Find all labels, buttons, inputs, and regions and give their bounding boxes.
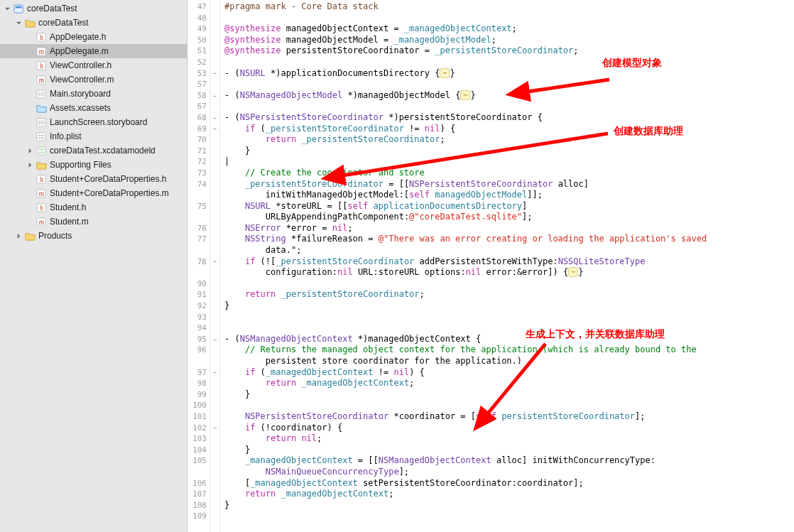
navigator-item[interactable]: Assets.xcassets	[0, 101, 187, 115]
code-line[interactable]: if (_managedObjectContext != nil) {	[224, 367, 790, 379]
code-line[interactable]: - (NSManagedObjectModel *)managedObjectM…	[224, 90, 790, 102]
code-line[interactable]	[224, 13, 790, 24]
code-line[interactable]: if (!coordinator) {	[224, 423, 790, 434]
navigator-item[interactable]: coreDataTest	[0, 1, 187, 16]
navigator-item[interactable]: LaunchScreen.storyboard	[0, 115, 187, 129]
line-number: 96	[187, 344, 210, 356]
code-line[interactable]: data.";	[224, 245, 790, 256]
navigator-item[interactable]: mStudent+CoreDataProperties.m	[0, 186, 187, 200]
code-line[interactable]: }	[224, 445, 790, 456]
navigator-item[interactable]: Info.plist	[0, 129, 187, 143]
navigator-item-label: ViewController.m	[50, 75, 114, 85]
folder-icon	[24, 17, 36, 28]
svg-text:h: h	[40, 205, 43, 212]
code-line[interactable]	[224, 400, 790, 411]
file-navigator[interactable]: coreDataTestcoreDataTesthAppDelegate.hmA…	[0, 0, 187, 532]
navigator-item[interactable]: Supporting Files	[0, 158, 187, 172]
navigator-item[interactable]: mAppDelegate.m	[0, 44, 187, 58]
navigator-item[interactable]: Products	[0, 229, 187, 243]
fold-marker[interactable]: −	[210, 68, 219, 80]
fold-marker[interactable]: −	[210, 124, 219, 135]
navigator-item[interactable]: hViewController.h	[0, 58, 187, 72]
line-number: 91	[187, 289, 210, 300]
code-line[interactable]: return _managedObjectContext;	[224, 378, 790, 389]
disclosure-right-icon[interactable]	[26, 161, 34, 169]
code-line[interactable]	[224, 57, 790, 68]
code-line[interactable]: NSString *failureReason = @"There was an…	[224, 234, 790, 245]
fold-marker[interactable]: −	[210, 367, 219, 379]
navigator-item[interactable]: mStudent.m	[0, 215, 187, 229]
fold-marker	[210, 45, 219, 57]
disclosure-down-icon[interactable]	[3, 4, 11, 13]
code-line[interactable]: return _persistentStoreCoordinator;	[224, 289, 790, 300]
code-line[interactable]: _managedObjectContext = [[NSManagedObjec…	[224, 455, 790, 467]
navigator-item[interactable]: mViewController.m	[0, 72, 187, 87]
code-editor[interactable]: 4748495051525357586768697071727374757677…	[187, 0, 794, 532]
proj-icon	[13, 3, 24, 14]
code-line[interactable]: return nil;	[224, 433, 790, 445]
h-icon: h	[36, 173, 47, 185]
code-line[interactable]	[224, 278, 790, 290]
disclosure-right-icon[interactable]	[26, 146, 34, 155]
code-line[interactable]: // Create the coordinator and store	[224, 168, 790, 179]
fold-marker[interactable]: −	[210, 423, 219, 434]
line-number: 77	[187, 234, 210, 245]
code-line[interactable]: configuration:nil URL:storeURL options:n…	[224, 267, 790, 278]
fold-marker	[210, 79, 219, 90]
code-line[interactable]: NSURL *storeURL = [[self applicationDocu…	[224, 201, 790, 212]
code-line[interactable]	[224, 101, 790, 112]
code-line[interactable]: |	[224, 156, 790, 168]
code-area[interactable]: 创建模型对象 创建数据库助理 生成上下文，并关联数据库助理 #pragma ma…	[220, 0, 794, 532]
code-line[interactable]	[224, 511, 790, 522]
fold-marker	[210, 500, 219, 511]
code-line[interactable]	[224, 312, 790, 323]
code-line[interactable]: - (NSPersistentStoreCoordinator *)persis…	[224, 112, 790, 124]
code-line[interactable]: return _persistentStoreCoordinator;	[224, 134, 790, 146]
code-line[interactable]: }	[224, 389, 790, 401]
code-line[interactable]: return _managedObjectContext;	[224, 489, 790, 500]
navigator-item[interactable]: Main.storyboard	[0, 87, 187, 101]
fold-marker[interactable]: −	[210, 90, 219, 102]
navigator-item[interactable]: hStudent.h	[0, 200, 187, 215]
line-number: 100	[187, 400, 210, 411]
code-line[interactable]: }	[224, 500, 790, 511]
code-line[interactable]: NSError *error = nil;	[224, 223, 790, 234]
navigator-item[interactable]: hAppDelegate.h	[0, 30, 187, 44]
m-icon: m	[36, 74, 47, 85]
code-line[interactable]: _persistentStoreCoordinator = [[NSPersis…	[224, 179, 790, 190]
code-line[interactable]: if (![_persistentStoreCoordinator addPer…	[224, 256, 790, 268]
code-line[interactable]: [_managedObjectContext setPersistentStor…	[224, 478, 790, 489]
code-line[interactable]: // Returns the managed object context fo…	[224, 344, 790, 356]
folder-icon	[36, 159, 47, 170]
navigator-item[interactable]: coreDataTest.xcdatamodeld	[0, 143, 187, 158]
fold-marker[interactable]: −	[210, 334, 219, 345]
code-line[interactable]: @synthesize managedObjectModel = _manage…	[224, 35, 790, 46]
fold-marker[interactable]: −	[210, 112, 219, 124]
code-line[interactable]: initWithManagedObjectModel:[self managed…	[224, 190, 790, 201]
code-line[interactable]: @synthesize persistentStoreCoordinator =…	[224, 45, 790, 57]
code-line[interactable]: NSMainQueueConcurrencyType];	[224, 467, 790, 478]
fold-marker[interactable]: −	[210, 256, 219, 268]
assets-icon	[36, 102, 47, 114]
code-line[interactable]: if (_persistentStoreCoordinator != nil) …	[224, 124, 790, 135]
code-line[interactable]: }	[224, 146, 790, 157]
code-line[interactable]: persistent store coordinator for the app…	[224, 356, 790, 367]
fold-gutter[interactable]: −−−−−−−−	[210, 0, 220, 532]
navigator-item-label: ViewController.h	[50, 60, 112, 70]
navigator-item[interactable]: hStudent+CoreDataProperties.h	[0, 172, 187, 186]
navigator-item[interactable]: coreDataTest	[0, 16, 187, 30]
disclosure-down-icon[interactable]	[14, 18, 23, 27]
code-line[interactable]: @synthesize managedObjectContext = _mana…	[224, 23, 790, 35]
code-line[interactable]: NSPersistentStoreCoordinator *coordinato…	[224, 411, 790, 423]
plist-icon	[36, 131, 47, 142]
fold-marker	[210, 1, 219, 13]
code-line[interactable]: URLByAppendingPathComponent:@"coreDataTe…	[224, 212, 790, 223]
disclosure-right-icon[interactable]	[14, 232, 23, 240]
code-line[interactable]	[224, 79, 790, 90]
code-line[interactable]	[224, 322, 790, 334]
code-line[interactable]: - (NSURL *)applicationDocumentsDirectory…	[224, 68, 790, 80]
line-number: 97	[187, 367, 210, 379]
code-line[interactable]: - (NSManagedObjectContext *)managedObjec…	[224, 334, 790, 345]
code-line[interactable]: }	[224, 300, 790, 312]
code-line[interactable]: #pragma mark - Core Data stack	[224, 1, 790, 13]
